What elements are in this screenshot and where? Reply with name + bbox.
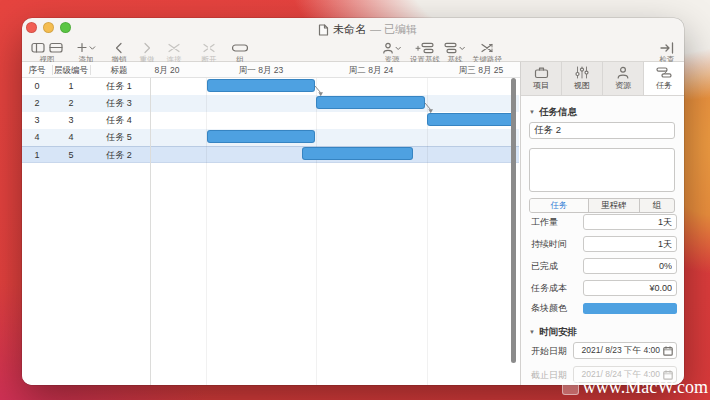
timeline-day-label: 周二 8月 24 [349,65,393,77]
close-button[interactable] [26,22,37,33]
sliders-icon [575,66,589,79]
window-title: 未命名 — 已编辑 [318,22,417,37]
watermark: www.MacW.com [562,377,708,398]
column-header-title[interactable]: 标题 [90,65,148,77]
start-date-label: 开始日期 [531,343,567,359]
section-task-info[interactable]: ▼任务信息 [529,106,577,119]
effort-label: 工作量 [531,214,558,230]
briefcase-icon [534,66,549,79]
tab-resources[interactable]: 资源 [603,62,644,95]
set-baseline-icon [407,42,443,54]
effort-input[interactable] [583,214,677,230]
column-header-level[interactable]: 层级编号 [52,65,90,77]
bar-color-label: 条块颜色 [531,300,567,316]
traffic-lights [26,22,71,33]
duration-label: 持续时间 [531,236,567,252]
day-gridline [206,78,207,385]
timeline-day-label: 8月 20 [154,65,179,77]
segment-group[interactable]: 组 [640,199,674,212]
chevron-left-icon [105,42,133,54]
start-date-field[interactable]: 2021/ 8/23 下午 4:00 [573,342,677,359]
completed-input[interactable] [583,258,677,274]
app-window: 未命名 — 已编辑 视图 添加 [22,18,684,385]
plus-icon [70,42,102,54]
task-type-segmented-control: 任务 里程碑 组 [529,198,675,213]
tab-project[interactable]: 项目 [521,62,562,95]
tab-task[interactable]: 任务 [644,62,684,95]
timeline-day-label: 周一 8月 23 [239,65,283,77]
chevron-right-icon [133,42,161,54]
duration-input[interactable] [583,236,677,252]
gantt-bars-icon [656,66,672,79]
gantt-bar-task-3[interactable] [316,96,425,109]
edited-status: — 已编辑 [370,22,417,37]
inspector-tabbar: 项目 视图 资源 任务 [521,62,684,96]
column-header-seq[interactable]: 序号 [22,65,52,77]
completed-label: 已完成 [531,258,558,274]
hand-cursor-icon [562,381,579,395]
document-title: 未命名 [333,22,366,37]
section-schedule[interactable]: ▼时间安排 [529,326,577,339]
segment-task[interactable]: 任务 [530,199,589,212]
task-name-input[interactable] [529,122,675,139]
titlebar[interactable]: 未命名 — 已编辑 [22,18,684,40]
inspector-panel: 项目 视图 资源 任务 [520,62,684,385]
segment-milestone[interactable]: 里程碑 [589,199,639,212]
toolbar: 视图 添加 撤销 重做 连接 [22,40,684,62]
timeline-day-label: 周三 8月 25 [459,65,503,77]
view-icons [26,42,68,54]
zoom-button[interactable] [60,22,71,33]
group-bar-icon [226,42,254,54]
calendar-icon [663,346,673,356]
minimize-button[interactable] [43,22,54,33]
day-gridline [316,78,317,385]
task-cost-label: 任务成本 [531,280,567,296]
table-gantt-divider[interactable] [150,62,151,385]
task-row[interactable]: 2 2 任务 3 [22,95,519,112]
baseline-icon [440,42,470,54]
task-notes-input[interactable] [529,148,675,192]
grid-header: 序号 层级编号 标题 8月 20 周一 8月 23 周二 8月 24 周三 8月… [22,62,520,78]
unlink-icon [194,42,224,54]
document-icon [318,24,329,36]
gantt-bar-task-4[interactable] [427,113,511,126]
person-icon [374,42,410,54]
inspect-panel-icon [652,42,682,54]
person-icon [616,66,630,79]
gantt-bar-task-5[interactable] [207,130,315,143]
link-icon [159,42,189,54]
disclosure-triangle-icon: ▼ [529,329,535,335]
critical-path-icon [469,42,505,54]
disclosure-triangle-icon: ▼ [529,109,535,115]
task-row-selected[interactable]: 1 5 任务 2 [22,146,519,163]
bar-color-well[interactable] [583,303,677,314]
vertical-scrollbar[interactable] [511,78,516,363]
tab-view[interactable]: 视图 [562,62,603,95]
gantt-view: 0 1 任务 1 2 2 任务 3 3 3 任务 4 4 4 任务 5 1 5 … [22,62,520,385]
gantt-bar-task-2[interactable] [302,147,413,160]
task-cost-input[interactable] [583,280,677,296]
gantt-bar-task-1[interactable] [207,79,315,92]
